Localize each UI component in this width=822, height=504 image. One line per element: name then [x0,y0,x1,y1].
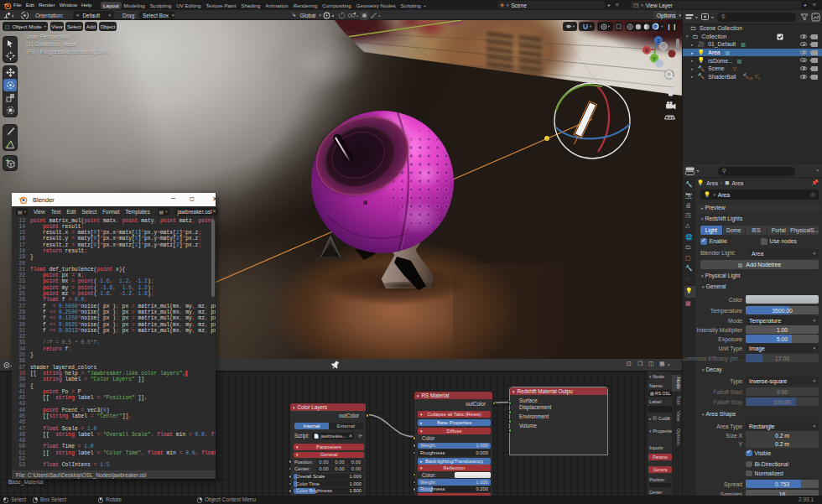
svg-text:Z: Z [657,39,660,44]
svg-text:Y: Y [653,56,656,61]
svg-text:X: X [645,48,648,53]
